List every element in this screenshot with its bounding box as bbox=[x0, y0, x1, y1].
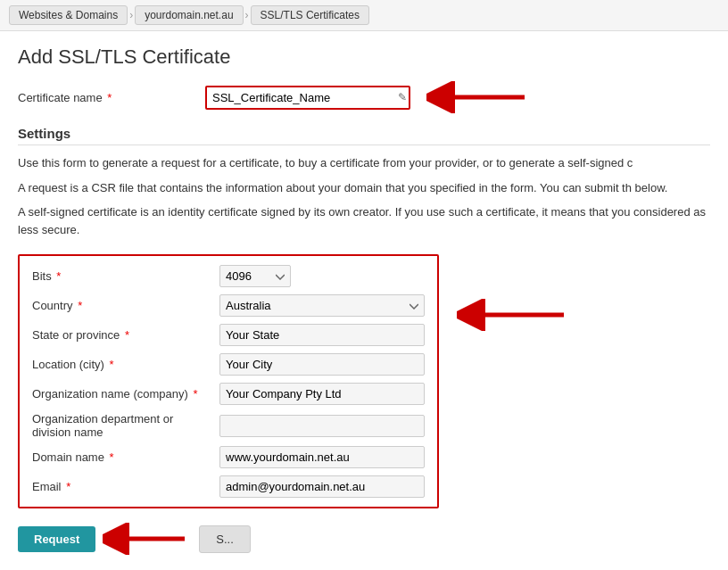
form-arrow bbox=[457, 299, 573, 331]
info-text-1: Use this form to generate a request for … bbox=[18, 154, 710, 172]
email-row: Email * bbox=[32, 475, 425, 498]
cert-name-label: Certificate name * bbox=[18, 91, 205, 104]
bits-select[interactable]: 1024 2048 4096 bbox=[219, 265, 291, 287]
dept-label: Organization department or division name bbox=[32, 412, 219, 439]
country-label: Country * bbox=[32, 299, 219, 312]
dept-row: Organization department or division name bbox=[32, 412, 425, 439]
domain-label: Domain name * bbox=[32, 450, 219, 464]
dept-input[interactable] bbox=[219, 415, 425, 437]
bits-label: Bits * bbox=[32, 269, 219, 283]
domain-input[interactable] bbox=[219, 446, 425, 468]
country-select[interactable]: Australia United States United Kingdom bbox=[219, 294, 425, 317]
breadcrumb-ssl[interactable]: SSL/TLS Certificates bbox=[251, 5, 369, 25]
form-section-wrapper: Bits * 1024 2048 4096 Country * Australi… bbox=[18, 245, 710, 508]
request-button-arrow bbox=[103, 523, 192, 555]
buttons-row: Request S... bbox=[18, 523, 710, 555]
state-label: State or province * bbox=[32, 328, 219, 342]
email-input[interactable] bbox=[219, 475, 425, 498]
edit-icon: ✎ bbox=[398, 91, 407, 103]
breadcrumb-domain[interactable]: yourdomain.net.au bbox=[135, 5, 243, 25]
breadcrumb-sep-1: › bbox=[129, 9, 133, 21]
domain-row: Domain name * bbox=[32, 446, 425, 468]
email-label: Email * bbox=[32, 480, 219, 493]
page-title: Add SSL/TLS Certificate bbox=[18, 45, 710, 69]
cert-name-arrow bbox=[426, 81, 534, 113]
state-row: State or province * bbox=[32, 324, 425, 346]
org-row: Organization name (company) * bbox=[32, 383, 425, 405]
bits-row: Bits * 1024 2048 4096 bbox=[32, 265, 425, 287]
breadcrumb: Websites & Domains › yourdomain.net.au ›… bbox=[0, 0, 728, 31]
info-text-3: A self-signed certificate is an identity… bbox=[18, 203, 710, 238]
settings-title: Settings bbox=[18, 126, 710, 145]
state-input[interactable] bbox=[219, 324, 425, 346]
page-content: Add SSL/TLS Certificate Certificate name… bbox=[0, 31, 728, 569]
org-label: Organization name (company) * bbox=[32, 387, 219, 401]
city-label: Location (city) * bbox=[32, 358, 219, 371]
city-row: Location (city) * bbox=[32, 353, 425, 376]
country-row: Country * Australia United States United… bbox=[32, 294, 425, 317]
request-button[interactable]: Request bbox=[18, 526, 95, 552]
btn-arrow-wrap: Request bbox=[18, 523, 192, 555]
cert-name-row: Certificate name * ✎ bbox=[18, 81, 710, 113]
cert-name-input[interactable] bbox=[205, 86, 410, 110]
secondary-button[interactable]: S... bbox=[199, 525, 251, 553]
org-input[interactable] bbox=[219, 383, 425, 405]
breadcrumb-websites[interactable]: Websites & Domains bbox=[9, 5, 128, 25]
city-input[interactable] bbox=[219, 353, 425, 376]
breadcrumb-sep-2: › bbox=[245, 9, 249, 21]
cert-name-input-wrap: ✎ bbox=[205, 86, 410, 110]
form-box: Bits * 1024 2048 4096 Country * Australi… bbox=[18, 254, 439, 508]
info-text-2: A request is a CSR file that contains th… bbox=[18, 179, 710, 197]
